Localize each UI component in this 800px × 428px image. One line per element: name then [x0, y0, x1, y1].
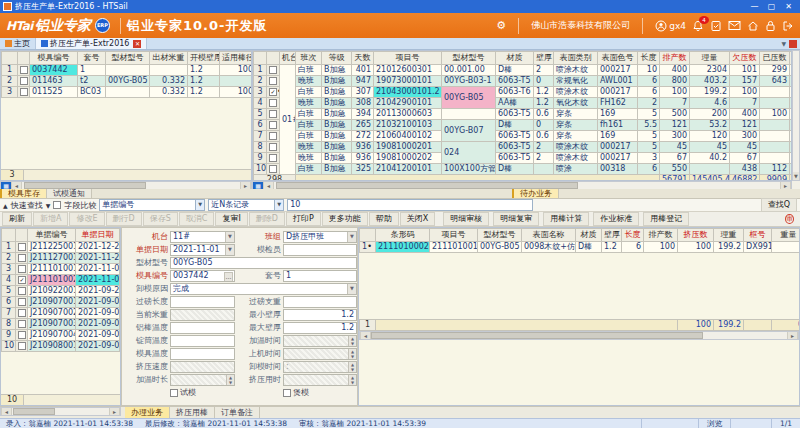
cell[interactable]: 6063-T5 [496, 142, 534, 153]
scroll-left-icon[interactable]: ◂ [1, 408, 12, 415]
row-checkbox[interactable] [269, 143, 277, 151]
cell[interactable]: 00318 [598, 164, 638, 175]
cell[interactable]: B加急 [322, 164, 352, 175]
trial-mold-checkbox[interactable]: 试模 [170, 387, 235, 398]
toolbar-button-帮助[interactable]: 帮助 [369, 212, 399, 226]
cell[interactable]: 947 [352, 76, 374, 87]
cell[interactable]: 喷涂木纹 [554, 65, 598, 76]
row-select-cell[interactable]: ✓• [16, 275, 28, 286]
table-row[interactable]: 6J2109070012021-09-07 [2, 297, 120, 308]
cell[interactable]: 0 [534, 120, 554, 131]
cell[interactable]: 2 [534, 153, 554, 164]
cell[interactable]: 6063-T5 [496, 153, 534, 164]
cell[interactable]: J211127001 [28, 253, 76, 264]
tab-mold-stock[interactable]: 模具库存 [0, 189, 47, 198]
table-row[interactable]: 5白班B加急394201130006036063-T50.6穿条16955002… [254, 109, 793, 120]
scroll-right-icon[interactable]: ▸ [780, 182, 791, 189]
cell[interactable]: 936 [352, 142, 374, 153]
cell[interactable]: 21043000101.2 [374, 87, 442, 98]
cell[interactable]: 6063-T6 [496, 87, 534, 98]
cell[interactable]: B加急 [322, 153, 352, 164]
column-header[interactable]: 等级 [322, 52, 352, 65]
grid-icon[interactable]: ▦ [253, 182, 263, 189]
spinner-icon[interactable]: ▲▼ [348, 336, 356, 346]
toolbar-button-用棒计算[interactable]: 用棒计算 [543, 212, 589, 226]
cell[interactable] [106, 65, 150, 76]
column-header[interactable]: 表面类别 [554, 52, 598, 65]
maximize-button[interactable]: ▢ [763, 1, 780, 12]
toolbar-button-明细复审[interactable]: 明细复审 [493, 212, 539, 226]
cell[interactable]: 169 [598, 109, 638, 120]
cell[interactable]: 5 [638, 131, 660, 142]
row-checkbox[interactable] [269, 110, 277, 118]
cell[interactable]: B加急 [322, 76, 352, 87]
row-select-cell[interactable] [267, 98, 280, 109]
spinner-icon[interactable]: ▲▼ [348, 362, 356, 372]
toolbar-button-复审I[interactable]: 复审I [215, 212, 247, 226]
cell[interactable]: 0.6 [534, 131, 554, 142]
cell[interactable]: 199.2 [714, 242, 744, 253]
cell[interactable]: 401 [352, 65, 374, 76]
cell[interactable]: fh161 [598, 120, 638, 131]
table-row[interactable]: 7白班B加急272210604001026063-T50.6穿条16953001… [254, 131, 793, 142]
logout-button[interactable] [782, 20, 794, 32]
cell[interactable]: 白班 [296, 87, 322, 98]
inspector-field[interactable] [283, 244, 357, 256]
row-checkbox[interactable] [18, 287, 26, 295]
cell[interactable]: 00YG-B05 [106, 76, 150, 87]
row-checkbox[interactable] [269, 77, 277, 85]
detail-hscrollbar[interactable]: ◂ ▸ [359, 331, 799, 340]
cell[interactable]: 晚班 [296, 98, 322, 109]
table-row[interactable]: 9J2109070042021-09-07 [2, 330, 120, 341]
row-checkbox[interactable]: ✓ [269, 88, 277, 96]
cell[interactable]: 6 [638, 76, 660, 87]
cell[interactable]: 6 [638, 87, 660, 98]
max-wall-field[interactable]: 1.2 [283, 322, 357, 334]
tab-menu-icon[interactable] [789, 40, 797, 48]
cell[interactable]: 308 [352, 98, 374, 109]
cell[interactable]: 1.2 [534, 98, 554, 109]
cell[interactable]: 112 [760, 164, 790, 175]
cell[interactable]: 6063-T5 [496, 109, 534, 120]
scroll-thumb[interactable] [24, 182, 146, 189]
cell[interactable]: 6 [622, 242, 644, 253]
unload-time-field[interactable]: :▲▼ [283, 361, 357, 373]
cell[interactable] [760, 87, 790, 98]
scroll-thumb[interactable] [13, 408, 55, 415]
cell[interactable]: 7 [660, 98, 690, 109]
row-checkbox[interactable]: ✓ [18, 276, 26, 284]
column-header[interactable]: 班次 [296, 52, 322, 65]
row-select-cell[interactable] [18, 87, 30, 98]
row-select-cell[interactable] [267, 153, 280, 164]
cell[interactable]: 100 [760, 109, 790, 120]
cell[interactable]: D棒 [496, 65, 534, 76]
cell[interactable] [106, 87, 150, 98]
cell[interactable]: 白班 [296, 65, 322, 76]
column-header[interactable]: 开模壁厚 [188, 52, 220, 65]
row-checkbox[interactable] [269, 154, 277, 162]
cell[interactable]: B加急 [322, 65, 352, 76]
cell[interactable]: 19081000201 [374, 142, 442, 153]
column-header[interactable]: 材质 [576, 229, 602, 242]
cell[interactable]: 169 [598, 131, 638, 142]
cell[interactable]: 喷涂木纹 [554, 142, 598, 153]
cell[interactable]: 53.2 [690, 120, 730, 131]
cell[interactable]: 000217 [598, 142, 638, 153]
cell[interactable]: 100 [220, 87, 253, 98]
row-select-cell[interactable] [18, 76, 30, 87]
cell[interactable]: 1.2 [188, 87, 220, 98]
table-row[interactable]: 7J2109070022021-09-07 [2, 308, 120, 319]
row-select-cell[interactable]: ✓• [267, 87, 280, 98]
machine-cell[interactable]: 01# [280, 65, 296, 175]
scroll-left-icon[interactable]: ◂ [263, 182, 274, 189]
table-row[interactable]: 3011525BC030.3321.2100 [2, 87, 253, 98]
column-header[interactable]: 重量 [772, 229, 800, 242]
spinner-icon[interactable]: ▲▼ [226, 375, 234, 385]
cell[interactable]: 2304 [690, 65, 730, 76]
profile-field[interactable]: 00YG-B05 [170, 257, 357, 269]
tab-business[interactable]: 办理业务 [125, 407, 170, 418]
spinner-icon[interactable]: ▲▼ [348, 375, 356, 385]
column-header[interactable]: 条形码 [376, 229, 430, 242]
column-header[interactable]: 单据编号 [28, 229, 76, 242]
cell[interactable]: J210907001 [28, 297, 76, 308]
